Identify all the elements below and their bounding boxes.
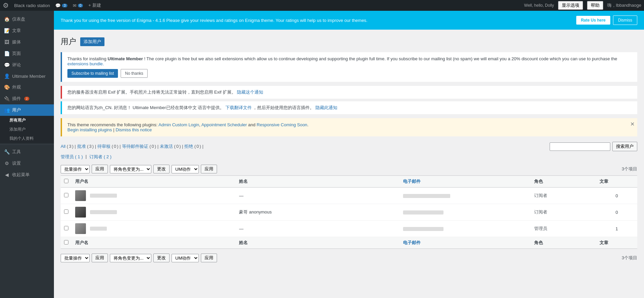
row3-email-cell [400, 221, 531, 237]
bulk-apply-btn-bottom[interactable]: 应用 [92, 254, 108, 262]
bottom-bulk-bar: 批量操作 应用 将角色变更为... 更改 UM动作 应用 3个项目 [61, 252, 637, 264]
bulk-actions-select-top[interactable]: 批量操作 [61, 165, 90, 173]
um-actions-select-top[interactable]: UM动作 [172, 165, 199, 173]
sidebar-item-ultimate-member[interactable]: 👤 Ultimate Member [0, 71, 54, 81]
row1-email-cell [400, 188, 531, 204]
row2-checkbox[interactable] [64, 209, 68, 214]
submenu-all-users-label: 所有用户 [9, 118, 26, 123]
filter-all-count: 3 [69, 144, 71, 149]
submenu-my-profile-label: 我的个人资料 [9, 136, 34, 141]
row3-avatar-img [75, 223, 86, 234]
filter-bar: All (3) | 批准 (3) | 待审核 (0) | 等待邮件验证 (0) … [61, 142, 637, 151]
submenu-add-user[interactable]: 添加用户 [0, 125, 54, 134]
row3-username-redacted [90, 227, 107, 231]
bulk-apply-btn-top[interactable]: 应用 [92, 165, 108, 173]
filter-rejected-count: 0 [196, 144, 199, 149]
sidebar-item-users[interactable]: 👥 用户 [0, 104, 54, 116]
filter-all[interactable]: All [61, 144, 65, 149]
users-table: 用户名 姓名 电子邮件 角色 文章 [61, 175, 637, 249]
col-footer-username[interactable]: 用户名 [72, 237, 236, 249]
enigma-dismiss-button[interactable]: Dismiss [613, 15, 637, 25]
role-admin-link[interactable]: 管理员 ( 1 ) [61, 154, 83, 160]
page-content-area: 用户 添加用户 Thanks for installing Ultimate M… [54, 30, 644, 271]
top-bulk-bar: 批量操作 应用 将角色变更为... 更改 UM动作 应用 3个项目 [61, 163, 637, 175]
row3-username-cell [72, 221, 236, 237]
sidebar-item-settings[interactable]: ⚙ 设置 [0, 158, 54, 169]
um-apply-btn-top[interactable]: 应用 [201, 165, 217, 173]
dismiss-notice-link[interactable]: Dismiss this notice [116, 127, 152, 132]
submenu-all-users[interactable]: 所有用户 [0, 116, 54, 125]
row1-checkbox-cell [61, 188, 72, 204]
admin-sidebar: 🏠 仪表盘 📝 文章 🖼 媒体 📄 页面 💬 评论 👤 Ultimate Mem… [0, 11, 54, 298]
page-title: 用户 [61, 36, 76, 47]
filter-inactive[interactable]: 未激活 [160, 144, 173, 149]
sidebar-item-comments[interactable]: 💬 评论 [0, 59, 54, 71]
sidebar-item-label: 外观 [12, 84, 21, 90]
role-subscriber-link[interactable]: 订阅者 ( 2 ) [89, 154, 112, 160]
row3-checkbox[interactable] [64, 226, 68, 230]
sidebar-item-dashboard[interactable]: 🏠 仪表盘 [0, 13, 54, 25]
col-header-username[interactable]: 用户名 [72, 176, 236, 188]
filter-bulk[interactable]: 批准 [77, 144, 86, 149]
um-apply-btn-bottom[interactable]: 应用 [201, 254, 217, 262]
um-actions-select-bottom[interactable]: UM动作 [172, 254, 199, 262]
filter-awaiting[interactable]: 等待邮件验证 [122, 144, 148, 149]
bulk-actions-select-bottom[interactable]: 批量操作 [61, 254, 90, 262]
role-change-select-top[interactable]: 将角色变更为... [110, 165, 151, 173]
rate-us-button[interactable]: Rate Us here [576, 16, 610, 25]
begin-installing-link[interactable]: Begin installing plugins [67, 127, 112, 132]
new-content-btn[interactable]: + 新建 [88, 2, 101, 8]
items-count-top: 3个项目 [622, 166, 637, 172]
select-all-bottom-checkbox[interactable] [64, 240, 68, 244]
filter-rejected[interactable]: 拒绝 [184, 144, 193, 149]
enigma-notice: Thank you for using the free version of … [54, 11, 644, 30]
row2-username-redacted [90, 210, 117, 214]
row2-username-cell [72, 204, 236, 221]
sidebar-item-appearance[interactable]: 🎨 外观 [0, 81, 54, 93]
main-content: Thank you for using the free version of … [54, 11, 644, 298]
select-all-checkbox[interactable] [64, 179, 68, 183]
row1-checkbox[interactable] [64, 193, 68, 197]
admin-custom-login-link[interactable]: Admin Custom Login [158, 122, 199, 127]
role-change-select-bottom[interactable]: 将角色变更为... [110, 254, 151, 262]
appointment-scheduler-link[interactable]: Appointment Scheduler [201, 122, 247, 127]
subscribe-btn[interactable]: Subscribe to mailing list [67, 69, 118, 78]
lang-notice: 您的网站语言为zh_CN. 好消息！ Ultimate Member已经在简体中… [61, 101, 637, 114]
add-user-button[interactable]: 添加用户 [80, 37, 104, 46]
site-name[interactable]: Black radio station [14, 3, 50, 8]
um-extensions-link[interactable]: extensions bundle. [67, 61, 104, 66]
search-button[interactable]: 搜索用户 [612, 142, 637, 151]
display-options-btn[interactable]: 显示选项 [558, 1, 583, 10]
col-footer-posts: 文章 [596, 237, 637, 249]
lang-dismiss-link[interactable]: 隐藏此通知 [315, 105, 337, 110]
filter-pending-count: 0 [114, 144, 116, 149]
exif-dismiss-link[interactable]: 隐藏这个通知 [237, 90, 263, 95]
row3-posts: 1 [616, 226, 618, 231]
help-btn[interactable]: 帮助 [587, 1, 603, 10]
col-footer-checkbox [61, 237, 72, 249]
sidebar-item-collapse[interactable]: ◀ 收起菜单 [0, 169, 54, 180]
sidebar-item-pages[interactable]: 📄 页面 [0, 48, 54, 59]
wp-logo-icon[interactable]: ⚙ [3, 1, 9, 9]
sidebar-item-media[interactable]: 🖼 媒体 [0, 36, 54, 48]
sidebar-item-tools[interactable]: 🔧 工具 [0, 146, 54, 158]
lang-download-link[interactable]: 下载翻译文件 [225, 105, 252, 110]
submenu-my-profile[interactable]: 我的个人资料 [0, 134, 54, 143]
users-icon: 👥 [4, 107, 9, 113]
col-header-email[interactable]: 电子邮件 [400, 176, 531, 188]
user-greeting[interactable]: 嗨，lbbandhaoge [607, 2, 641, 8]
role-change-btn-top[interactable]: 更改 [153, 165, 170, 173]
filter-pending[interactable]: 待审核 [97, 144, 111, 149]
row2-avatar-img [75, 207, 86, 218]
role-change-btn-bottom[interactable]: 更改 [153, 254, 170, 262]
search-input[interactable] [550, 142, 610, 151]
no-thanks-btn[interactable]: No thanks [121, 69, 148, 78]
comments-link[interactable]: 💬 3 [55, 3, 67, 8]
sidebar-item-plugins[interactable]: 🔌 插件 2 [0, 93, 54, 104]
messages-link[interactable]: ✉ 0 [73, 3, 83, 8]
col-footer-email[interactable]: 电子邮件 [400, 237, 531, 249]
responsive-coming-soon-link[interactable]: Responsive Coming Soon [257, 122, 307, 127]
sidebar-item-label: 设置 [12, 160, 21, 166]
close-recommend-button[interactable]: ✕ [630, 121, 635, 127]
sidebar-item-posts[interactable]: 📝 文章 [0, 25, 54, 36]
